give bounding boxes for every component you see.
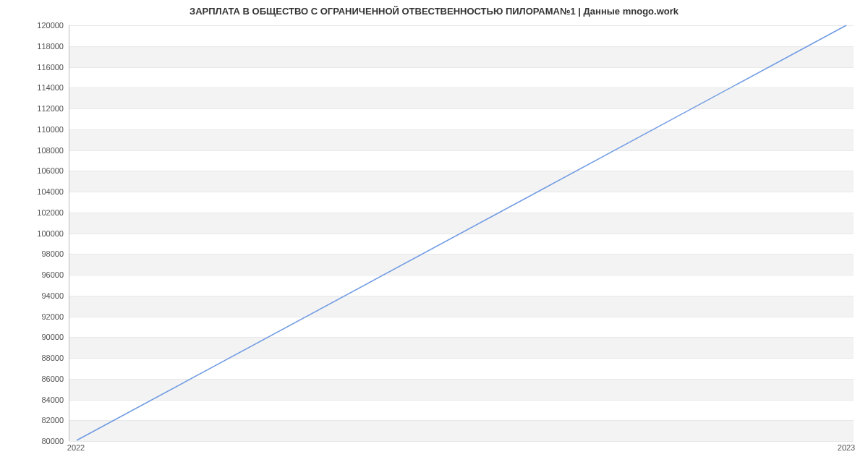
y-tick-label: 80000 — [6, 437, 64, 445]
y-tick-label: 84000 — [6, 396, 64, 404]
y-tick-label: 102000 — [6, 208, 64, 217]
y-tick-label: 118000 — [6, 42, 64, 51]
y-tick-label: 120000 — [6, 21, 64, 30]
chart-title: ЗАРПЛАТА В ОБЩЕСТВО С ОГРАНИЧЕННОЙ ОТВЕС… — [0, 6, 868, 17]
y-tick-label: 98000 — [6, 249, 64, 258]
y-tick-label: 108000 — [6, 146, 64, 155]
plot-area — [69, 25, 854, 441]
y-gridline — [69, 441, 854, 442]
y-tick-label: 88000 — [6, 354, 64, 362]
y-tick-label: 110000 — [6, 125, 64, 134]
y-tick-label: 94000 — [6, 291, 64, 300]
y-tick-label: 116000 — [6, 63, 64, 72]
x-tick-label: 2023 — [838, 443, 855, 452]
salary-line-chart: ЗАРПЛАТА В ОБЩЕСТВО С ОГРАНИЧЕННОЙ ОТВЕС… — [0, 0, 868, 470]
y-tick-label: 106000 — [6, 166, 64, 175]
series-line — [77, 25, 846, 440]
y-tick-label: 100000 — [6, 229, 64, 238]
y-tick-label: 86000 — [6, 375, 64, 383]
y-tick-label: 82000 — [6, 416, 64, 424]
y-tick-label: 92000 — [6, 312, 64, 321]
y-tick-label: 114000 — [6, 83, 64, 92]
y-tick-label: 112000 — [6, 104, 64, 113]
y-tick-label: 104000 — [6, 187, 64, 196]
line-series — [69, 25, 854, 440]
x-tick-label: 2022 — [67, 443, 85, 452]
y-tick-label: 96000 — [6, 270, 64, 279]
y-tick-label: 90000 — [6, 333, 64, 341]
